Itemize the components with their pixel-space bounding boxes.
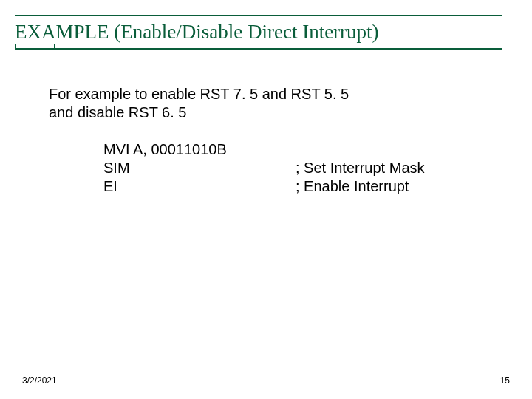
code-block: MVI A, 00011010B SIM ; Set Interrupt Mas…	[103, 140, 425, 196]
title-block: EXAMPLE (Enable/Disable Direct Interrupt…	[15, 15, 502, 50]
intro-line-1: For example to enable RST 7. 5 and RST 5…	[49, 85, 418, 103]
title-notch	[15, 44, 55, 48]
slide-title: EXAMPLE (Enable/Disable Direct Interrupt…	[15, 21, 502, 48]
code-row-3: EI ; Enable Interrupt	[103, 177, 425, 196]
intro-line-2: and disable RST 6. 5	[49, 103, 418, 122]
title-rule-bottom	[15, 48, 502, 50]
slide: EXAMPLE (Enable/Disable Direct Interrupt…	[0, 0, 532, 399]
code-row-1: MVI A, 00011010B	[103, 140, 425, 159]
title-rule-top	[15, 15, 502, 16]
footer-date: 3/2/2021	[22, 375, 57, 386]
intro-text: For example to enable RST 7. 5 and RST 5…	[49, 85, 418, 122]
code-instruction: EI	[103, 177, 296, 196]
footer-page-number: 15	[500, 375, 510, 386]
code-instruction: MVI A, 00011010B	[103, 140, 296, 159]
code-comment: ; Enable Interrupt	[296, 177, 409, 196]
code-row-2: SIM ; Set Interrupt Mask	[103, 159, 425, 177]
code-instruction: SIM	[103, 159, 296, 177]
code-comment: ; Set Interrupt Mask	[296, 159, 425, 177]
